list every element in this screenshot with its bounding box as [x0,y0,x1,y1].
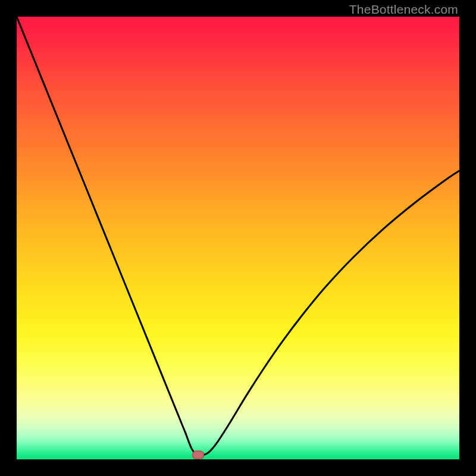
watermark: TheBottleneck.com [349,2,458,17]
outer-frame: TheBottleneck.com [0,0,476,476]
bottleneck-curve [17,17,459,455]
plot-area [17,17,459,459]
optimum-marker [193,451,204,459]
curve-layer [17,17,459,459]
